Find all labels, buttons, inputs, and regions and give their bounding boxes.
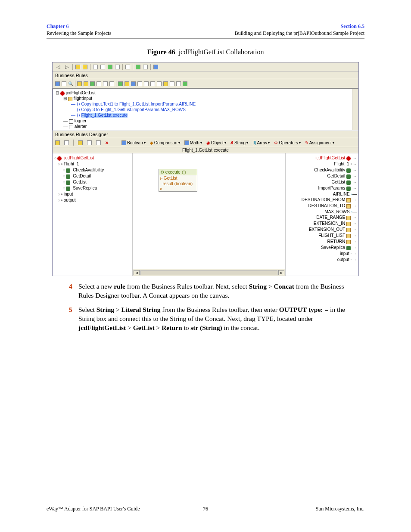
array-menu[interactable]: [I]Array xyxy=(252,140,270,145)
tree-item[interactable]: EXTENSION_OUT xyxy=(287,227,357,233)
toolbar-icon[interactable] xyxy=(170,81,174,86)
execute-node[interactable]: ⚙ execute ▢ ▹ GetList result (boolean) ▹ xyxy=(159,169,197,192)
toolbar-icon[interactable] xyxy=(84,81,88,86)
operators-menu[interactable]: ⚙Operators xyxy=(274,140,300,145)
toolbar-icon[interactable] xyxy=(64,140,69,145)
tree-item[interactable]: ▫ input xyxy=(54,191,131,197)
toolbar-icon[interactable] xyxy=(118,81,123,86)
tree-item[interactable]: ImportParams xyxy=(287,185,357,191)
tree-item[interactable]: — logger xyxy=(56,118,355,124)
toolbar-icon[interactable] xyxy=(136,65,140,69)
toolbar-icon[interactable] xyxy=(108,65,112,69)
tree-item[interactable]: EXTENSION_IN xyxy=(287,221,357,227)
tree-item[interactable]: FLIGHT_LIST xyxy=(287,233,357,239)
tree-item[interactable]: ⊟ jcdFlightGetList xyxy=(56,90,355,96)
toolbar-icon[interactable] xyxy=(87,140,92,145)
toolbar-icon[interactable] xyxy=(144,81,149,86)
toolbar-icon[interactable] xyxy=(90,81,95,86)
tree-item[interactable]: MAX_ROWS ◦— xyxy=(287,209,357,215)
node-port[interactable]: ▹ GetList xyxy=(159,175,197,181)
math-menu[interactable]: Math xyxy=(184,140,202,145)
text: Literal String xyxy=(121,306,161,313)
toolbar-icon[interactable] xyxy=(183,81,187,86)
toolbar-icon[interactable] xyxy=(125,81,129,86)
tree-item[interactable]: AIRLINE ◦— xyxy=(287,191,357,197)
tree-item[interactable]: DATE_RANGE xyxy=(287,215,357,221)
toolbar-icon[interactable] xyxy=(150,81,155,86)
gear-icon xyxy=(60,91,65,96)
toolbar-icon[interactable] xyxy=(62,81,66,86)
toolbar-icon[interactable] xyxy=(153,65,158,69)
left-tree-panel[interactable]: jcdFlightGetList ▫ Flight_1 CheckAvailib… xyxy=(53,153,133,276)
assignment-menu[interactable]: ✎Assignment xyxy=(305,140,334,145)
tree-item[interactable]: — ⟨⟩ Copy 3 to Flight_1.GetList.ImportPa… xyxy=(56,107,355,112)
tree-item[interactable]: CheckAvailibility xyxy=(287,167,357,173)
toolbar-icon[interactable] xyxy=(109,81,114,86)
tree-item[interactable]: Flight_1 ▫ xyxy=(287,161,357,167)
toolbar-icon[interactable] xyxy=(96,140,101,145)
canvas-workspace[interactable]: ⚙ execute ▢ ▹ GetList result (boolean) ▹… xyxy=(133,153,285,276)
boolean-menu[interactable]: Boolean xyxy=(121,140,146,145)
tree-item[interactable]: ▫ output xyxy=(54,197,131,203)
toolbar-icon[interactable] xyxy=(143,65,148,69)
tree-item[interactable]: — collabContext xyxy=(56,129,355,131)
text: rule xyxy=(114,283,125,290)
vertical-scrollbar[interactable] xyxy=(352,89,358,130)
tree-item[interactable]: SaveReplica xyxy=(54,185,131,191)
toolbar-icon[interactable] xyxy=(55,81,60,86)
tree-item[interactable]: GetList xyxy=(54,179,131,185)
toolbar-icon[interactable] xyxy=(77,81,82,86)
tree-item[interactable]: DESTINATION_TO xyxy=(287,203,357,209)
tree-item[interactable]: jcdFlightGetList xyxy=(287,155,357,161)
tree-item[interactable]: input ▫ xyxy=(287,251,357,257)
horizontal-scrollbar[interactable]: ◂ ▸ xyxy=(133,269,285,276)
tree-item-selected[interactable]: — ⟨⟩ Flight_1.GetList.execute xyxy=(56,112,355,118)
rules-tree[interactable]: ⊟ jcdFlightGetList ⊟ flightInput — ⟨⟩ Co… xyxy=(53,88,358,131)
node-port[interactable]: result (boolean) ▹ xyxy=(159,181,197,191)
tree-item[interactable]: — ⟨⟩ Copy input.Text1 to Flight_1.GetLis… xyxy=(56,101,355,107)
tree-item[interactable]: ▫ Flight_1 xyxy=(54,161,131,167)
toolbar-icon[interactable] xyxy=(115,65,120,69)
instruction-list: 4 Select a new rule from the Business Ru… xyxy=(78,282,352,333)
string-menu[interactable]: AString xyxy=(230,140,248,145)
math-icon xyxy=(184,140,189,145)
tree-item[interactable]: — alerter xyxy=(56,124,355,129)
scroll-right-icon[interactable]: ▸ xyxy=(278,270,284,275)
tree-item[interactable]: GetList xyxy=(287,179,357,185)
scroll-track[interactable] xyxy=(140,270,277,275)
tree-item[interactable]: ⊟ flightInput xyxy=(56,96,355,101)
toolbar-icon[interactable] xyxy=(75,65,80,69)
text: from the Business Rules toolbar. Next, s… xyxy=(125,283,249,290)
right-tree-panel[interactable]: jcdFlightGetList Flight_1 ▫ CheckAvailib… xyxy=(285,153,358,276)
scroll-left-icon[interactable]: ◂ xyxy=(134,270,140,275)
toolbar-icon[interactable] xyxy=(97,81,101,86)
toolbar-icon[interactable] xyxy=(103,81,108,86)
tree-item[interactable]: RETURN xyxy=(287,239,357,245)
toolbar-icon[interactable] xyxy=(176,81,181,86)
toolbar-icon[interactable] xyxy=(137,81,142,86)
toolbar-icon[interactable] xyxy=(78,140,83,145)
toolbar-icon[interactable] xyxy=(93,65,98,69)
toolbar-icon[interactable] xyxy=(83,65,87,69)
tree-item[interactable]: DESTINATION_FROM xyxy=(287,197,357,203)
tree-item[interactable]: GetDetail xyxy=(287,173,357,179)
comparison-menu[interactable]: ◆Comparison xyxy=(150,140,180,145)
tree-item[interactable]: SaveReplica xyxy=(287,245,357,251)
leaf-icon xyxy=(346,180,351,185)
tree-item[interactable]: CheckAvailibility xyxy=(54,167,131,173)
toolbar-icon[interactable] xyxy=(163,81,168,86)
back-icon[interactable]: ◁ xyxy=(55,64,61,70)
toolbar-icon[interactable] xyxy=(100,65,105,69)
toolbar-icon[interactable] xyxy=(157,81,162,86)
object-menu[interactable]: ◉Object xyxy=(206,140,226,145)
toolbar-icon[interactable] xyxy=(131,81,136,86)
tree-item[interactable]: jcdFlightGetList xyxy=(54,155,131,161)
forward-icon[interactable]: ▷ xyxy=(64,64,70,70)
text: GetList xyxy=(133,324,155,331)
tree-item[interactable]: GetDetail xyxy=(54,173,131,179)
search-icon[interactable]: 🔍 xyxy=(68,81,73,86)
tree-item[interactable]: output ▫ xyxy=(287,257,357,263)
toolbar-icon[interactable] xyxy=(55,140,60,145)
toolbar-icon[interactable] xyxy=(125,65,130,69)
delete-icon[interactable]: ✕ xyxy=(105,140,109,145)
